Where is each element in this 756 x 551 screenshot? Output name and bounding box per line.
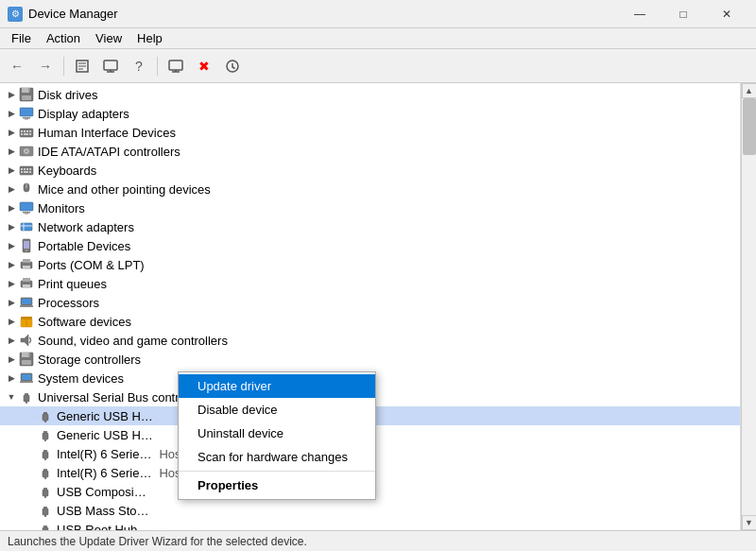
tree-toggle-sound[interactable]: ▶ xyxy=(4,333,19,348)
tree-item-usb-root-1[interactable]: USB Root Hub… xyxy=(0,520,740,530)
tree-toggle-storage[interactable]: ▶ xyxy=(4,352,19,367)
tree-label-monitors: Monitors xyxy=(38,201,85,215)
tree-toggle-human-interface[interactable]: ▶ xyxy=(4,125,19,140)
svg-rect-68 xyxy=(24,395,29,402)
tree-icon-software-devices xyxy=(19,314,34,329)
tree-icon-usb xyxy=(19,389,34,405)
tree-item-network[interactable]: ▶Network adapters xyxy=(0,217,740,236)
tree-item-ports[interactable]: ▶Ports (COM & LPT) xyxy=(0,255,740,274)
tree-toggle-ide-atapi[interactable]: ▶ xyxy=(4,144,19,159)
maximize-button[interactable]: □ xyxy=(662,0,705,28)
tree-label-intel-6-2: Intel(R) 6 Serie… xyxy=(57,466,151,480)
forward-button[interactable]: → xyxy=(32,53,59,79)
ctx-disable-device[interactable]: Disable device xyxy=(179,398,375,422)
menu-action[interactable]: Action xyxy=(39,28,88,49)
scroll-down-arrow[interactable]: ▼ xyxy=(742,515,757,530)
tree-toggle-portable[interactable]: ▶ xyxy=(4,238,19,253)
tree-toggle-system[interactable]: ▶ xyxy=(4,370,19,386)
vertical-scrollbar[interactable]: ▲ ▼ xyxy=(741,83,756,530)
svg-rect-53 xyxy=(23,284,30,288)
tree-item-software-devices[interactable]: ▶Software devices xyxy=(0,312,740,331)
tree-toggle-print-queues[interactable]: ▶ xyxy=(4,276,19,291)
svg-rect-56 xyxy=(20,305,33,307)
tree-toggle-disk-drives[interactable]: ▶ xyxy=(4,87,19,102)
menu-bar: File Action View Help xyxy=(0,28,756,49)
scan-button[interactable] xyxy=(219,53,246,79)
help-button[interactable]: ? xyxy=(126,53,152,79)
svg-rect-32 xyxy=(26,168,28,170)
tree-item-display-adapters[interactable]: ▶Display adapters xyxy=(0,104,740,123)
tree-toggle-display-adapters[interactable]: ▶ xyxy=(4,106,19,121)
tree-item-portable[interactable]: ▶Portable Devices xyxy=(0,236,740,255)
tree-toggle-intel-6-1 xyxy=(23,446,38,461)
tree-item-sound[interactable]: ▶Sound, video and game controllers xyxy=(0,331,740,350)
tree-toggle-monitors[interactable]: ▶ xyxy=(4,200,19,215)
ctx-uninstall-device[interactable]: Uninstall device xyxy=(179,422,375,445)
tree-toggle-mice[interactable]: ▶ xyxy=(4,181,19,197)
title-bar: ⚙ Device Manager — □ ✕ xyxy=(0,0,756,28)
tree-item-mice[interactable]: ▶Mice and other pointing devices xyxy=(0,180,740,198)
status-text: Launches the Update Driver Wizard for th… xyxy=(8,535,307,548)
computer-button[interactable] xyxy=(163,53,189,79)
svg-rect-19 xyxy=(21,130,23,132)
tree-icon-storage xyxy=(19,352,34,367)
toolbar-separator-1 xyxy=(63,57,64,76)
tree-label-generic-usb-2: Generic USB H… xyxy=(57,428,153,442)
tree-toggle-usb-root-1 xyxy=(23,522,38,530)
tree-icon-usb-compos xyxy=(38,484,53,499)
update-driver-button[interactable] xyxy=(97,53,124,79)
svg-rect-88 xyxy=(43,490,48,496)
close-button[interactable]: ✕ xyxy=(705,0,748,28)
tree-label-software-devices: Software devices xyxy=(38,315,131,329)
svg-rect-30 xyxy=(21,168,23,170)
tree-item-disk-drives[interactable]: ▶Disk drives xyxy=(0,85,740,104)
svg-rect-16 xyxy=(23,117,30,119)
svg-rect-52 xyxy=(23,278,30,282)
tree-item-usb-mass-sto[interactable]: USB Mass Sto… xyxy=(0,501,740,520)
ctx-update-driver[interactable]: Update driver xyxy=(179,374,375,398)
ctx-scan-hardware[interactable]: Scan for hardware changes xyxy=(179,445,375,469)
tree-item-print-queues[interactable]: ▶Print queues xyxy=(0,274,740,293)
device-tree[interactable]: ▶Disk drives▶Display adapters▶Human Inte… xyxy=(0,83,741,530)
tree-toggle-usb-compos xyxy=(23,484,38,499)
tree-item-monitors[interactable]: ▶Monitors xyxy=(0,198,740,217)
minimize-button[interactable]: — xyxy=(618,0,662,28)
tree-label-system: System devices xyxy=(38,371,124,386)
svg-rect-49 xyxy=(23,259,30,263)
svg-rect-4 xyxy=(104,60,117,70)
tree-item-human-interface[interactable]: ▶Human Interface Devices xyxy=(0,123,740,142)
tree-toggle-network[interactable]: ▶ xyxy=(4,219,19,234)
scroll-track[interactable] xyxy=(742,98,757,515)
svg-marker-60 xyxy=(21,335,28,346)
menu-file[interactable]: File xyxy=(4,28,39,49)
svg-rect-31 xyxy=(24,168,26,170)
tree-toggle-ports[interactable]: ▶ xyxy=(4,257,19,272)
tree-item-ide-atapi[interactable]: ▶IDE ATA/ATAPI controllers xyxy=(0,142,740,161)
tree-label-mice: Mice and other pointing devices xyxy=(38,182,211,197)
menu-view[interactable]: View xyxy=(88,28,129,49)
svg-rect-64 xyxy=(22,360,31,365)
toolbar: ← → ? ✖ xyxy=(0,49,756,83)
svg-rect-76 xyxy=(43,433,48,439)
tree-item-storage[interactable]: ▶Storage controllers xyxy=(0,350,740,369)
properties-button[interactable] xyxy=(69,53,95,79)
tree-toggle-usb[interactable]: ▼ xyxy=(4,389,19,405)
delete-button[interactable]: ✖ xyxy=(191,53,217,79)
back-button[interactable]: ← xyxy=(4,53,30,79)
scroll-up-arrow[interactable]: ▲ xyxy=(742,83,757,98)
tree-icon-generic-usb-2 xyxy=(38,427,53,442)
tree-icon-monitors xyxy=(19,200,34,215)
tree-label-keyboards: Keyboards xyxy=(38,164,96,178)
tree-toggle-processors[interactable]: ▶ xyxy=(4,295,19,310)
svg-rect-41 xyxy=(25,214,28,215)
svg-rect-40 xyxy=(23,212,30,214)
ctx-properties[interactable]: Properties xyxy=(179,474,375,497)
tree-item-keyboards[interactable]: ▶Keyboards xyxy=(0,161,740,180)
tree-item-processors[interactable]: ▶Processors xyxy=(0,293,740,312)
tree-toggle-keyboards[interactable]: ▶ xyxy=(4,163,19,178)
tree-toggle-software-devices[interactable]: ▶ xyxy=(4,314,19,329)
svg-rect-24 xyxy=(24,133,28,135)
menu-help[interactable]: Help xyxy=(129,28,170,49)
scroll-thumb[interactable] xyxy=(743,98,756,155)
tree-label-sound: Sound, video and game controllers xyxy=(38,334,228,348)
